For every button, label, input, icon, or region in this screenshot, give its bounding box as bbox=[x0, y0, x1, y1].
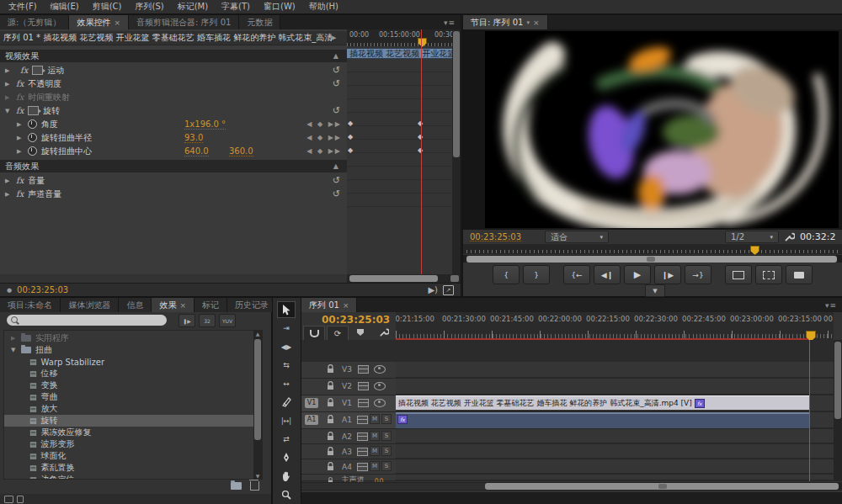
menu-file[interactable]: 文件(F) bbox=[2, 1, 44, 13]
effects-search-input[interactable] bbox=[7, 315, 167, 326]
tab-history[interactable]: 历史记录 bbox=[227, 298, 277, 312]
effect-item[interactable]: ▤Warp Stabilizer bbox=[4, 356, 262, 368]
slip-tool[interactable]: |↔| bbox=[277, 412, 296, 429]
go-to-in-button[interactable]: {← bbox=[563, 265, 590, 284]
video-clip[interactable]: 插花视频 花艺视频 开业花篮 零基础花艺 婚车插花 鲜花的养护 韩式花束_高清.… bbox=[396, 395, 810, 410]
timeline-playhead-line[interactable] bbox=[809, 340, 810, 481]
stopwatch-icon[interactable] bbox=[28, 119, 37, 129]
track-v2-content[interactable] bbox=[396, 379, 834, 395]
disclosure-icon[interactable]: ▶ bbox=[5, 178, 12, 184]
selection-tool[interactable] bbox=[277, 301, 296, 318]
ecp-horizontal-scrollbar[interactable] bbox=[347, 274, 461, 283]
menu-title[interactable]: 字幕(T) bbox=[215, 1, 257, 13]
linked-selection-button[interactable]: ⟳ bbox=[327, 326, 349, 341]
add-marker-button[interactable] bbox=[350, 326, 370, 339]
effect-item[interactable]: ▤球面化 bbox=[4, 450, 262, 462]
source-patch-audio[interactable]: A1 bbox=[303, 414, 320, 425]
hand-tool[interactable] bbox=[277, 468, 296, 485]
audio-clip[interactable]: fx bbox=[396, 412, 810, 428]
disclosure-icon[interactable]: ▶ bbox=[17, 121, 24, 128]
reset-icon[interactable]: ↺ bbox=[333, 188, 340, 199]
tab-effects[interactable]: 效果× bbox=[152, 298, 195, 312]
audio-effects-header[interactable]: 音频效果▲ bbox=[0, 160, 347, 172]
keyframe-icon[interactable]: ◆ bbox=[348, 146, 353, 154]
track-name[interactable]: V3 bbox=[338, 363, 355, 374]
effect-row-motion[interactable]: ▶ fx 运动 ↺ bbox=[0, 64, 347, 77]
disclosure-icon[interactable]: ▶ bbox=[5, 81, 12, 88]
close-icon[interactable]: × bbox=[343, 301, 349, 310]
effect-item[interactable]: ▤位移 bbox=[4, 368, 262, 379]
effect-item[interactable]: ▤果冻效应修复 bbox=[4, 427, 262, 438]
panel-menu-icon[interactable]: ▾≡ bbox=[820, 298, 842, 312]
lift-button[interactable] bbox=[725, 265, 752, 284]
disclosure-icon[interactable]: ▼ bbox=[5, 108, 12, 114]
menu-window[interactable]: 窗口(W) bbox=[257, 1, 302, 13]
mute-toggle[interactable]: M bbox=[370, 446, 380, 456]
play-button[interactable]: ▶ bbox=[624, 265, 651, 284]
center-y-value[interactable]: 360.0 bbox=[229, 146, 253, 157]
sync-lock-toggle[interactable] bbox=[355, 461, 369, 472]
show-timeline-icon[interactable]: ▶ bbox=[332, 34, 336, 41]
effect-row-channel-volume[interactable]: ▶ fx 声道音量 ↺ bbox=[0, 188, 347, 200]
timeline-horizontal-scrollbar[interactable] bbox=[301, 482, 842, 491]
lock-toggle[interactable] bbox=[323, 397, 337, 408]
track-output-toggle[interactable] bbox=[372, 363, 387, 374]
close-icon[interactable]: × bbox=[179, 301, 186, 310]
track-master-content[interactable] bbox=[396, 475, 834, 481]
track-name[interactable]: V1 bbox=[338, 397, 355, 408]
sync-lock-toggle[interactable] bbox=[355, 397, 370, 408]
disclosure-icon[interactable]: ▶ bbox=[5, 94, 12, 101]
effect-item-selected[interactable]: ▤旋转 bbox=[4, 415, 262, 427]
track-name[interactable]: A3 bbox=[338, 446, 355, 457]
resolution-dropdown[interactable]: 1/2 ▾ bbox=[725, 231, 779, 243]
lock-toggle[interactable] bbox=[323, 380, 337, 391]
reset-icon[interactable]: ↺ bbox=[333, 78, 340, 89]
menu-marker[interactable]: 标记(M) bbox=[171, 1, 215, 13]
tree-scrollbar[interactable]: ▲ ▼ bbox=[253, 331, 262, 479]
lock-toggle[interactable] bbox=[323, 431, 337, 442]
program-timecode[interactable]: 00:23:25:03 bbox=[470, 232, 521, 241]
tab-effect-controls[interactable]: 效果控件× bbox=[69, 15, 129, 29]
yuv-filter-button[interactable]: YUV bbox=[219, 314, 236, 327]
step-back-button[interactable]: ◀❙ bbox=[594, 265, 621, 284]
menu-edit[interactable]: 编辑(E) bbox=[44, 1, 86, 13]
step-forward-button[interactable]: ❙▶ bbox=[654, 265, 681, 284]
pen-tool[interactable] bbox=[277, 449, 296, 466]
accelerated-effects-filter-button[interactable]: ❚▶ bbox=[179, 314, 195, 327]
menu-sequence[interactable]: 序列(S) bbox=[128, 1, 170, 13]
sync-lock-toggle[interactable] bbox=[355, 363, 370, 374]
menu-clip[interactable]: 剪辑(C) bbox=[86, 1, 129, 13]
mute-toggle[interactable]: M bbox=[370, 414, 380, 424]
wrench-icon[interactable] bbox=[784, 231, 795, 242]
tab-project[interactable]: 项目:未命名 bbox=[0, 298, 61, 312]
radius-value[interactable]: 93.0 bbox=[184, 133, 203, 143]
param-row-angle[interactable]: ▶ 角度 1x196.0 ° ◀ ◆ ▶▶ bbox=[0, 118, 347, 130]
tab-source-monitor[interactable]: 源:（无剪辑） bbox=[0, 15, 69, 29]
tab-info[interactable]: 信息 bbox=[119, 298, 152, 312]
effect-item[interactable]: ▤弯曲 bbox=[4, 391, 262, 403]
panel-menu-icon[interactable]: ▾≡ bbox=[439, 15, 461, 29]
effect-item[interactable]: ▤波形变形 bbox=[4, 438, 262, 450]
track-name[interactable]: A4 bbox=[338, 461, 355, 472]
collapse-icon[interactable]: ▲ bbox=[333, 162, 342, 170]
effect-item[interactable]: ▤放大 bbox=[4, 403, 262, 415]
param-row-twirl-radius[interactable]: ▶ 旋转扭曲半径 93.0 ◀ ◆ ▶▶ bbox=[0, 131, 347, 144]
sync-lock-toggle[interactable] bbox=[355, 414, 369, 425]
extract-button[interactable] bbox=[755, 265, 782, 284]
effect-row-opacity[interactable]: ▶ fx 不透明度 ↺ bbox=[0, 77, 347, 90]
slide-tool[interactable]: ⇄ bbox=[277, 431, 296, 448]
param-row-twirl-center[interactable]: ▶ 旋转扭曲中心 640.0 360.0 ◀ ◆ ▶▶ bbox=[0, 145, 347, 157]
tree-folder-distort[interactable]: ▼ 扭曲 bbox=[4, 344, 262, 356]
effect-row-twirl[interactable]: ▼ fx 旋转 ↺ bbox=[0, 104, 347, 117]
track-v1-content[interactable]: 插花视频 花艺视频 开业花篮 零基础花艺 婚车插花 鲜花的养护 韩式花束_高清.… bbox=[396, 395, 834, 412]
effect-row-volume[interactable]: ▶ fx 音量 ↺ bbox=[0, 174, 347, 187]
ripple-edit-tool[interactable]: ◀▶ bbox=[277, 338, 296, 355]
rolling-edit-tool[interactable]: ⇆ bbox=[277, 357, 296, 374]
track-v3-content[interactable] bbox=[396, 362, 834, 379]
mute-toggle[interactable]: M bbox=[370, 431, 380, 441]
track-a3-content[interactable] bbox=[396, 444, 834, 459]
rate-stretch-tool[interactable]: ↔ bbox=[277, 375, 296, 392]
source-patch-video[interactable]: V1 bbox=[303, 397, 320, 408]
tab-sequence-01[interactable]: 序列 01× bbox=[301, 298, 357, 312]
keyframe-icon[interactable]: ◆ bbox=[348, 119, 353, 127]
